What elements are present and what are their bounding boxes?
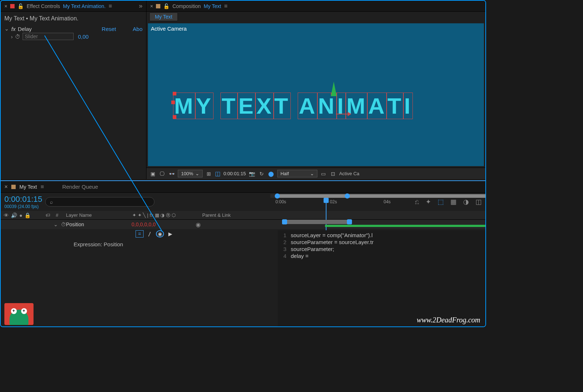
timecode-display[interactable]: 0:00:01:15 — [4, 195, 42, 204]
selection-handle[interactable] — [173, 92, 176, 95]
frame-info[interactable]: 00039 (24.00 fps) — [4, 204, 42, 209]
selection-handle[interactable] — [171, 101, 175, 104]
time-ruler[interactable]: 0:00s 02s 04s — [270, 193, 485, 211]
column-header: 👁🔊●🔒 🏷 # Layer Name ✦ ✦ ╲ | fx ▦ ◑ ⦿ ⬡ P… — [1, 211, 485, 220]
y-axis-icon[interactable] — [331, 82, 337, 96]
property-name: Position — [66, 222, 132, 227]
slider-row: › ⏱ 0,00 — [4, 33, 142, 40]
panel-menu-icon[interactable]: ≡ — [40, 184, 44, 190]
property-value[interactable]: 0,0,0,0,0,0 — [132, 222, 156, 227]
col-parent[interactable]: Parent & Link — [199, 212, 258, 218]
view-label[interactable]: Active Ca — [339, 171, 360, 176]
camera-icon[interactable]: 📷 — [249, 170, 255, 177]
slider-value[interactable]: 0,00 — [78, 34, 89, 40]
panel-menu-icon[interactable]: ≡ — [224, 3, 227, 9]
playhead[interactable] — [324, 198, 329, 203]
close-icon[interactable]: × — [4, 184, 8, 190]
render-queue-tab[interactable]: Render Queue — [62, 184, 98, 190]
vr-icon[interactable]: 👓 — [168, 170, 175, 177]
timecode[interactable]: 0:00:01:15 — [223, 171, 246, 176]
panel-title: Composition — [172, 3, 201, 9]
watermark: www.2DeadFrog.com — [417, 316, 480, 324]
tag-icon[interactable]: 🏷 — [46, 212, 50, 218]
composition-panel: × 🔓 Composition My Text ≡ My Text Active… — [146, 1, 485, 179]
comp-link[interactable]: My Text Animation. — [63, 3, 106, 9]
label-chip[interactable] — [11, 185, 16, 189]
lock-icon[interactable]: 🔒 — [24, 212, 31, 218]
panel-menu-icon[interactable]: ≡ — [109, 3, 112, 9]
effect-controls-panel: × 🔓 Effect Controls My Text Animation. ≡… — [1, 1, 146, 179]
effect-header-row[interactable]: ⌄ fx Delay Reset Abo — [4, 25, 142, 33]
code-line: sourceParameter; — [291, 246, 334, 252]
rgb-icon[interactable]: ⬤ — [268, 170, 274, 177]
expression-enable-icon[interactable]: = — [136, 230, 144, 238]
solo-icon[interactable]: ● — [19, 212, 22, 218]
effect-name: Delay — [18, 26, 32, 32]
pickwhip-target-icon[interactable]: ◉ — [156, 230, 164, 238]
comp-tab[interactable]: My Text — [149, 12, 178, 21]
breadcrumb: My Text • My Text Animation. — [4, 14, 142, 25]
caret-icon[interactable]: ⌄ — [4, 26, 9, 32]
code-line: sourceParameter = sourceLayer.tr — [291, 239, 373, 245]
viewport[interactable]: Active Camera MY TEXT ANIMATI — [148, 23, 484, 166]
work-area-bar[interactable] — [284, 220, 350, 224]
lock-icon[interactable]: 🔓 — [17, 3, 24, 9]
monitor-icon[interactable]: 🖵 — [159, 170, 165, 177]
grid-icon[interactable]: ⊡ — [330, 170, 336, 177]
crop-icon[interactable]: ⊞ — [206, 170, 212, 177]
fx-icon: fx — [11, 26, 16, 32]
stopwatch-icon[interactable]: ⏱ — [61, 222, 66, 227]
comp-panel-header: × 🔓 Composition My Text ≡ — [146, 1, 485, 12]
effect-panel-header: × 🔓 Effect Controls My Text Animation. ≡… — [1, 1, 146, 12]
ruler-tick: 04s — [384, 199, 391, 204]
close-icon[interactable]: × — [150, 3, 153, 9]
code-line: sourceLayer = comp("Animator").l — [291, 232, 372, 238]
comp-tabs: My Text — [146, 12, 485, 22]
logo — [4, 303, 34, 325]
label-chip[interactable] — [156, 4, 160, 8]
expand-icon[interactable]: » — [139, 2, 142, 10]
speaker-icon[interactable]: 🔊 — [11, 212, 17, 218]
zoom-dropdown[interactable]: 100%⌄ — [178, 170, 203, 177]
refresh-icon[interactable]: ↻ — [258, 170, 265, 177]
col-layer-name[interactable]: Layer Name — [63, 212, 129, 218]
caret-icon[interactable]: ⌄ — [54, 222, 58, 227]
caret-icon[interactable]: › — [11, 34, 13, 40]
frame-icon[interactable]: ▭ — [320, 170, 327, 177]
magnify-icon[interactable]: ▣ — [149, 170, 156, 177]
reset-link[interactable]: Reset — [102, 26, 116, 32]
close-icon[interactable]: × — [4, 3, 7, 9]
lock-icon[interactable]: 🔓 — [163, 3, 169, 9]
timeline-panel: × My Text ≡ Render Queue 0:00:01:15 0003… — [1, 180, 485, 326]
x-axis-icon[interactable] — [336, 114, 351, 114]
camera-label: Active Camera — [151, 26, 187, 32]
stopwatch-icon[interactable]: ⏱ — [15, 34, 20, 40]
graph-icon[interactable]: 〳 — [146, 230, 154, 238]
slider-input[interactable] — [23, 33, 74, 40]
label-chip[interactable] — [10, 4, 15, 8]
ruler-tick: 0:00s — [275, 199, 286, 204]
play-icon[interactable]: ▶ — [166, 230, 174, 238]
pickwhip-icon[interactable]: ◉ — [196, 221, 201, 228]
resolution-dropdown[interactable]: Half⌄ — [277, 170, 317, 177]
search-input[interactable] — [45, 197, 154, 207]
panel-title: Effect Controls — [27, 3, 60, 9]
about-link[interactable]: Abo — [133, 26, 142, 32]
expression-editor[interactable]: 1sourceLayer = comp("Animator").l 2sourc… — [278, 230, 485, 326]
mode-switches[interactable]: ✦ ✦ ╲ | fx ▦ ◑ ⦿ ⬡ — [129, 212, 199, 218]
viewport-toolbar: ▣ 🖵 👓 100%⌄ ⊞ ◫ 0:00:01:15 📷 ↻ ⬤ Half⌄ ▭… — [146, 168, 485, 179]
mask-icon[interactable]: ◫ — [215, 170, 220, 177]
layer-bar[interactable] — [325, 225, 485, 227]
code-line: delay = — [291, 253, 309, 259]
col-number[interactable]: # — [53, 212, 63, 218]
comp-link[interactable]: My Text — [204, 3, 221, 9]
eye-icon[interactable]: 👁 — [4, 212, 9, 218]
text-layer[interactable]: MY TEXT ANIMATI — [173, 93, 484, 119]
selection-handle[interactable] — [173, 115, 176, 119]
ruler-tick: 02s — [330, 199, 337, 204]
timeline-header: × My Text ≡ Render Queue — [1, 181, 485, 193]
timeline-tab[interactable]: My Text — [19, 184, 37, 190]
